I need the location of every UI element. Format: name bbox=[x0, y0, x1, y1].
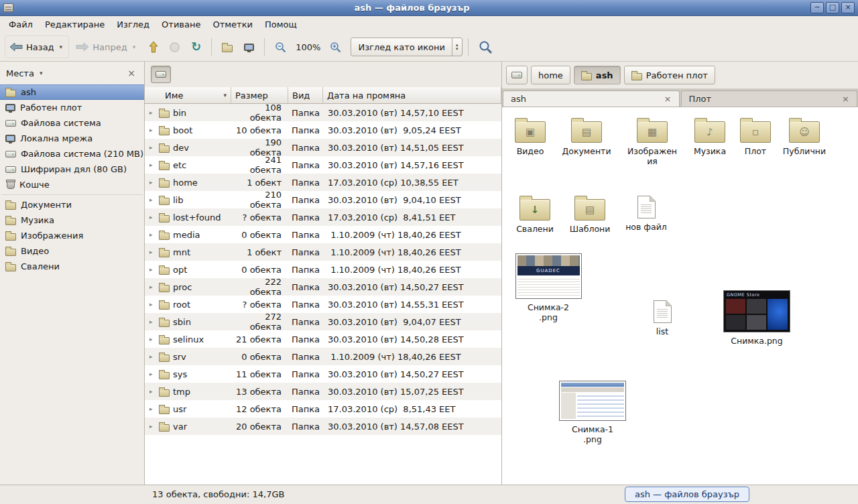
reload-button[interactable]: ↻ bbox=[186, 38, 206, 56]
back-button[interactable]: Назад ▾ bbox=[5, 36, 69, 58]
sidebar-item-downloads[interactable]: Свалени bbox=[0, 259, 144, 274]
expander-icon[interactable]: ▸ bbox=[149, 127, 156, 133]
table-row[interactable]: ▸var20 обектаПапка30.03.2010 (вт) 14,57,… bbox=[145, 418, 501, 435]
home-button[interactable] bbox=[217, 38, 237, 56]
sidebar-close-icon[interactable]: × bbox=[125, 68, 138, 78]
table-row[interactable]: ▸mnt1 обектПапка 1.10.2009 (чт) 18,40,26… bbox=[145, 243, 501, 261]
expander-icon[interactable]: ▸ bbox=[149, 405, 156, 412]
titlebar[interactable]: ash — файлов браузър ─ □ × bbox=[0, 0, 858, 16]
stop-button[interactable] bbox=[165, 38, 184, 56]
sidebar-item-filesystem-210[interactable]: Файлова система (210 MB) bbox=[0, 146, 144, 162]
table-row[interactable]: ▸tmp13 обектаПапка30.03.2010 (вт) 15,07,… bbox=[145, 383, 501, 400]
zoom-in-button[interactable] bbox=[325, 38, 346, 57]
close-button[interactable]: × bbox=[841, 2, 855, 13]
expander-icon[interactable]: ▸ bbox=[149, 109, 156, 116]
sidebar-item-music[interactable]: Музика bbox=[0, 212, 144, 228]
up-button[interactable] bbox=[144, 37, 163, 57]
path-ash-button[interactable]: ash bbox=[574, 66, 621, 84]
expander-icon[interactable]: ▸ bbox=[149, 353, 156, 360]
icon-view-item-desktop[interactable]: ▫ Плот bbox=[727, 117, 784, 156]
sidebar-item-trash[interactable]: Кошче bbox=[0, 177, 144, 192]
table-row[interactable]: ▸sys11 обектаПапка30.03.2010 (вт) 14,50,… bbox=[145, 365, 501, 383]
table-row[interactable]: ▸usr12 обектаПапка17.03.2010 (ср) 8,51,4… bbox=[145, 400, 501, 418]
table-row[interactable]: ▸root? обектаПапка30.03.2010 (вт) 14,55,… bbox=[145, 296, 501, 313]
column-header-size[interactable]: Размер bbox=[231, 87, 288, 104]
table-row[interactable]: ▸home1 обектПапка17.03.2010 (ср) 10,38,5… bbox=[145, 174, 501, 191]
tab-close-icon[interactable]: × bbox=[664, 94, 672, 104]
icon-view-item-snimka2[interactable]: GUADEC Снимка-2.png bbox=[514, 253, 583, 322]
sidebar-mode-chevron-icon[interactable]: ▾ bbox=[38, 66, 45, 80]
table-row[interactable]: ▸media0 обектаПапка 1.10.2009 (чт) 18,40… bbox=[145, 226, 501, 243]
path-home-button[interactable]: home bbox=[531, 66, 570, 84]
menu-help[interactable]: Помощ bbox=[259, 17, 303, 32]
sidebar-item-encrypted[interactable]: Шифриран дял (80 GB) bbox=[0, 162, 144, 177]
expander-icon[interactable]: ▸ bbox=[149, 214, 156, 220]
expander-icon[interactable]: ▸ bbox=[149, 249, 156, 255]
sidebar-item-ash[interactable]: ash bbox=[0, 84, 144, 100]
table-row[interactable]: ▸srv0 обектаПапка 1.10.2009 (чт) 18,40,2… bbox=[145, 348, 501, 365]
minimize-button[interactable]: ─ bbox=[810, 2, 824, 13]
expander-icon[interactable]: ▸ bbox=[149, 301, 156, 308]
sidebar-title[interactable]: Места bbox=[6, 68, 34, 78]
view-mode-select[interactable]: Изглед като икони ▴▾ bbox=[351, 38, 462, 56]
sidebar-item-documents[interactable]: Документи bbox=[0, 197, 144, 212]
sidebar-item-videos[interactable]: Видео bbox=[0, 243, 144, 259]
expander-icon[interactable]: ▸ bbox=[149, 231, 156, 238]
tab-plot[interactable]: Плот × bbox=[681, 90, 858, 107]
path-root-button[interactable] bbox=[506, 66, 528, 84]
sidebar-item-filesystem[interactable]: Файлова система bbox=[0, 115, 144, 131]
sidebar-item-desktop[interactable]: Работен плот bbox=[0, 100, 144, 115]
expander-icon[interactable]: ▸ bbox=[149, 371, 156, 377]
table-row[interactable]: ▸selinux21 обектаПапка30.03.2010 (вт) 14… bbox=[145, 330, 501, 348]
menu-bookmarks[interactable]: Отметки bbox=[206, 17, 258, 32]
table-row[interactable]: ▸dev190 обектаПапка30.03.2010 (вт) 14,51… bbox=[145, 139, 501, 156]
icon-view-item-video[interactable]: ▣ Видео bbox=[502, 117, 558, 156]
expander-icon[interactable]: ▸ bbox=[149, 179, 156, 186]
table-row[interactable]: ▸bin108 обектаПапка30.03.2010 (вт) 14,57… bbox=[145, 104, 501, 121]
icon-view-item-public[interactable]: ☺ Публични bbox=[776, 117, 833, 156]
column-header-type[interactable]: Вид bbox=[288, 87, 323, 104]
maximize-button[interactable]: □ bbox=[826, 2, 839, 13]
icon-view-item-new-file[interactable]: нов файл bbox=[618, 196, 674, 232]
tab-ash[interactable]: ash × bbox=[503, 90, 680, 107]
search-button[interactable] bbox=[474, 36, 497, 58]
table-row[interactable]: ▸lost+found? обектаПапка17.03.2010 (ср) … bbox=[145, 208, 501, 226]
expander-icon[interactable]: ▸ bbox=[149, 144, 156, 151]
table-row[interactable]: ▸lib210 обектаПапка30.03.2010 (вт) 9,04,… bbox=[145, 191, 501, 208]
zoom-out-button[interactable] bbox=[270, 38, 291, 57]
table-row[interactable]: ▸etc241 обектаПапка30.03.2010 (вт) 14,57… bbox=[145, 156, 501, 174]
expander-icon[interactable]: ▸ bbox=[149, 196, 156, 203]
icon-view-item-templates[interactable]: ▤ Шаблони bbox=[562, 194, 618, 234]
computer-button[interactable] bbox=[239, 40, 259, 55]
menu-file[interactable]: Файл bbox=[3, 17, 39, 32]
table-row[interactable]: ▸opt0 обектаПапка 1.10.2009 (чт) 18,40,2… bbox=[145, 261, 501, 278]
expander-icon[interactable]: ▸ bbox=[149, 336, 156, 342]
path-desktop-button[interactable]: Работен плот bbox=[624, 66, 715, 84]
expander-icon[interactable]: ▸ bbox=[149, 266, 156, 273]
sidebar-item-network[interactable]: Локална мрежа bbox=[0, 131, 144, 146]
table-row[interactable]: ▸sbin272 обектаПапка30.03.2010 (вт) 9,04… bbox=[145, 313, 501, 330]
expander-icon[interactable]: ▸ bbox=[149, 318, 156, 325]
window-list-button[interactable]: ash — файлов браузър bbox=[625, 487, 749, 502]
icon-view-item-downloads[interactable]: ↓ Свалени bbox=[507, 194, 563, 234]
table-row[interactable]: ▸proc222 обектаПапка30.03.2010 (вт) 14,5… bbox=[145, 278, 501, 296]
tab-close-icon[interactable]: × bbox=[842, 94, 849, 104]
icon-view-item-snimka[interactable]: GNOME Store Снимка.png bbox=[723, 290, 791, 346]
column-header-date[interactable]: Дата на промяна bbox=[323, 87, 501, 104]
expander-icon[interactable]: ▸ bbox=[149, 423, 156, 430]
menu-edit[interactable]: Редактиране bbox=[39, 17, 111, 32]
expander-icon[interactable]: ▸ bbox=[149, 162, 156, 168]
icon-view-item-list[interactable]: list bbox=[634, 300, 690, 336]
menu-go[interactable]: Отиване bbox=[156, 17, 206, 32]
icon-view[interactable]: ▣ Видео ▤ Документи ▦ Изображения ♪ Музи… bbox=[502, 107, 858, 485]
icon-view-item-snimka1[interactable]: Снимка-1.png bbox=[558, 381, 627, 444]
expander-icon[interactable]: ▸ bbox=[149, 388, 156, 395]
icon-view-item-documents[interactable]: ▤ Документи bbox=[558, 117, 615, 156]
root-path-button[interactable] bbox=[151, 66, 171, 83]
icon-view-item-pictures[interactable]: ▦ Изображения bbox=[624, 117, 680, 166]
column-header-name[interactable]: Име ▾ bbox=[145, 87, 231, 104]
expander-icon[interactable]: ▸ bbox=[149, 284, 156, 290]
table-row[interactable]: ▸boot10 обектаПапка30.03.2010 (вт) 9,05,… bbox=[145, 121, 501, 139]
forward-button[interactable]: Напред ▾ bbox=[71, 36, 142, 58]
menu-view[interactable]: Изглед bbox=[111, 17, 156, 32]
